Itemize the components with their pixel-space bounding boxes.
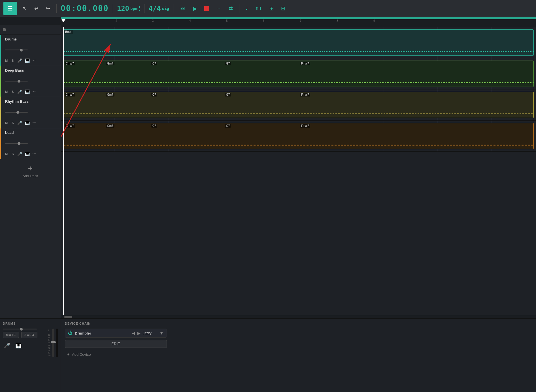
add-track-plus-icon: + <box>28 164 33 173</box>
rhythm-bass-clip[interactable]: Cmaj7 Gm7 C7 G7 Fmaj7 <box>63 92 534 118</box>
loop-region <box>61 17 536 19</box>
scrollbar-thumb[interactable] <box>64 316 72 318</box>
lead-automation-btn[interactable]: 〰 <box>32 151 37 157</box>
drums-input-btn[interactable]: 🎤 <box>17 58 23 63</box>
chord-g7-3: G7 <box>225 124 231 128</box>
rhythm-bass-mute-btn[interactable]: M <box>4 121 9 125</box>
sig-label: sig <box>162 6 169 11</box>
add-track-button[interactable]: + Add Track <box>0 159 61 183</box>
deep-bass-input-btn[interactable]: 🎤 <box>17 89 23 95</box>
drums-solo-button[interactable]: SOLO <box>21 332 37 338</box>
deep-bass-mute-btn[interactable]: M <box>4 89 9 94</box>
menu-icon: ☰ <box>8 5 13 12</box>
drums-mute-btn[interactable]: M <box>4 58 9 63</box>
mute-solo-row: MUTE SOLO <box>3 332 46 338</box>
lead-track-name: Lead <box>3 130 58 135</box>
bpm-display[interactable]: 120 bpm ▲ ▼ <box>117 5 141 12</box>
loop-region-bar[interactable] <box>61 17 536 19</box>
time-signature-display[interactable]: 4/4 sig <box>148 5 169 12</box>
drums-clip[interactable]: Beat <box>63 29 534 56</box>
device-edit-button[interactable]: EDIT <box>65 340 167 348</box>
deep-bass-piano-btn[interactable]: 🎹 <box>24 89 30 95</box>
loop-button[interactable]: ⇄ <box>226 4 235 13</box>
empty-track-area[interactable] <box>61 152 536 315</box>
redo-button[interactable]: ↪ <box>44 4 52 13</box>
rewind-button[interactable]: ⏮ <box>177 3 188 13</box>
ruler-mark-2: 2 <box>116 19 117 22</box>
deep-bass-volume-slider[interactable] <box>5 81 28 82</box>
rhythm-bass-volume-slider[interactable] <box>5 112 28 113</box>
chord-fmaj7-2: Fmaj7 <box>300 93 310 97</box>
device-dropdown-button[interactable]: ▼ <box>159 331 164 336</box>
bpm-spinner[interactable]: ▲ ▼ <box>139 5 140 12</box>
rhythm-bass-input-btn[interactable]: 🎤 <box>17 120 23 126</box>
ruler-marks: 1 2 3 4 5 6 7 8 9 <box>61 19 536 27</box>
timeline-ruler: 1 2 3 4 5 6 7 8 9 <box>61 19 536 27</box>
bpm-label: bpm <box>130 6 137 11</box>
record-button[interactable] <box>202 4 212 13</box>
chord-gm7-1: Gm7 <box>106 62 114 65</box>
drums-main-slider[interactable] <box>3 329 37 329</box>
ruler-mark-7: 7 <box>300 19 301 22</box>
cursor-tool-button[interactable]: ↖ <box>20 3 29 14</box>
play-button[interactable]: ▶ <box>190 3 199 14</box>
rhythm-bass-automation-btn[interactable]: 〰 <box>32 120 37 125</box>
drums-lane[interactable]: Beat <box>61 27 536 58</box>
lead-volume-slider[interactable] <box>5 143 28 144</box>
deep-bass-track-name: Deep Bass <box>3 68 58 72</box>
deep-bass-volume-thumb <box>18 80 20 83</box>
level-meter <box>56 329 58 357</box>
drums-eq-button[interactable]: 🎹 <box>14 341 23 350</box>
rhythm-bass-piano-btn[interactable]: 🎹 <box>24 120 30 126</box>
divider-4 <box>173 4 173 13</box>
deep-bass-solo-btn[interactable]: S <box>10 89 15 94</box>
device-preset-prev[interactable]: ◀ <box>132 331 135 335</box>
drums-notes-pattern <box>63 51 533 52</box>
lead-lane[interactable]: Cmaj7 Gm7 C7 G7 Fmaj7 <box>61 121 536 152</box>
drums-mic-button[interactable]: 🎤 <box>3 341 11 350</box>
automation-button[interactable]: 〰 <box>214 4 224 13</box>
ruler-mark-3: 3 <box>152 19 154 22</box>
lead-solo-btn[interactable]: S <box>10 152 15 156</box>
record-icon <box>204 6 209 11</box>
menu-button[interactable]: ☰ <box>3 2 17 15</box>
rhythm-bass-solo-btn[interactable]: S <box>10 121 15 125</box>
global-track-controls <box>0 25 61 35</box>
drums-volume-slider[interactable] <box>5 50 28 50</box>
drums-solo-btn[interactable]: S <box>10 58 15 63</box>
drums-section-title: DRUMS <box>3 322 58 325</box>
chord-fmaj7-1: Fmaj7 <box>300 62 310 65</box>
drums-fader[interactable] <box>52 329 54 357</box>
fader-thumb <box>51 341 56 343</box>
drums-color-bar <box>0 35 1 66</box>
drums-mute-button[interactable]: MUTE <box>3 332 19 338</box>
drums-piano-btn[interactable]: 🎹 <box>24 58 30 63</box>
lead-input-btn[interactable]: 🎤 <box>17 151 23 157</box>
lead-mute-btn[interactable]: M <box>4 152 9 156</box>
device-chain-title: DEVICE CHAIN <box>65 322 532 325</box>
rhythm-bass-lane[interactable]: Cmaj7 Gm7 C7 G7 Fmaj7 <box>61 89 536 121</box>
io-button[interactable]: ⬆⬇ <box>253 5 264 12</box>
metronome-button[interactable]: ♩ <box>243 4 250 13</box>
device-preset-next[interactable]: ▶ <box>137 331 141 335</box>
device-power-button[interactable]: ⏻ <box>68 331 73 336</box>
deep-bass-notes-pattern <box>63 82 533 83</box>
grid-button[interactable]: ⊞ <box>267 4 276 13</box>
drums-automation-btn[interactable]: 〰 <box>32 58 37 63</box>
drums-icon-row: 🎤 🎹 <box>3 341 46 350</box>
deep-bass-clip[interactable]: Cmaj7 Gm7 C7 G7 Fmaj7 <box>63 61 534 87</box>
lead-clip[interactable]: Cmaj7 Gm7 C7 G7 Fmaj7 <box>63 123 534 149</box>
deep-bass-automation-btn[interactable]: 〰 <box>32 89 37 94</box>
bottom-panel: DRUMS MUTE SOLO 🎤 🎹 <box>0 318 536 392</box>
lead-notes-pattern <box>63 145 533 145</box>
divider-1 <box>56 4 57 13</box>
horizontal-scrollbar[interactable] <box>61 315 536 318</box>
extra-settings-button[interactable]: ⊟ <box>279 4 288 13</box>
indicator-light <box>3 28 6 31</box>
lead-piano-btn[interactable]: 🎹 <box>24 151 30 157</box>
undo-button[interactable]: ↩ <box>32 4 41 13</box>
deep-bass-lane[interactable]: Cmaj7 Gm7 C7 G7 Fmaj7 <box>61 58 536 89</box>
drums-main-thumb <box>20 328 23 331</box>
add-device-button[interactable]: ＋ Add Device <box>65 350 532 359</box>
drums-controls: MUTE SOLO 🎤 🎹 0 6 12 18 24 <box>3 329 58 389</box>
